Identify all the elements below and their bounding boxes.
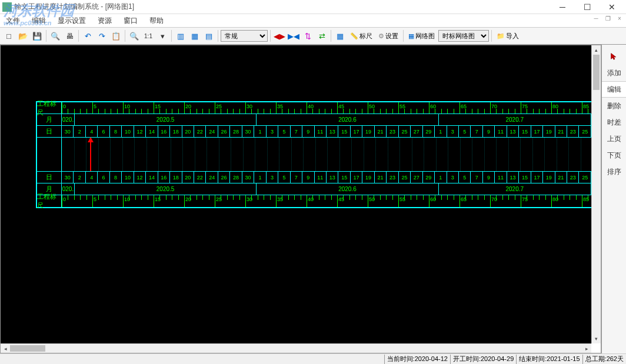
ruler-mark: 5	[94, 103, 96, 109]
day-cell: 26	[218, 172, 230, 183]
window-title: 翰文工程进度计划编制系统 - [网络图1]	[14, 2, 551, 12]
month-cell: 2020.5	[75, 114, 257, 125]
canvas[interactable]: 工程标尺 0510152025303540455055606570758085 …	[1, 45, 591, 343]
copy-icon[interactable]: 📋	[109, 29, 122, 42]
netgraph-button[interactable]: ▦网络图	[406, 29, 437, 42]
day-cell: 11	[315, 126, 327, 137]
day-cell: 16	[158, 126, 170, 137]
side-slack[interactable]: 时差	[602, 114, 626, 131]
style-combo[interactable]: 常规	[221, 30, 268, 42]
layout3-icon[interactable]: ▤	[202, 29, 215, 42]
minimize-button[interactable]: ─	[551, 1, 574, 14]
side-edit[interactable]: 编辑	[602, 81, 626, 98]
menu-file[interactable]: 文件	[4, 15, 22, 27]
day-cell: 24	[206, 172, 218, 183]
arrow-left-icon[interactable]: ◀▶	[273, 29, 286, 42]
zoom-dropdown-icon[interactable]: ▾	[156, 29, 169, 42]
month-cell: 2020.7	[439, 183, 591, 195]
day-cell: 11	[495, 172, 507, 183]
day-cell: 19	[362, 126, 374, 137]
gantt-body[interactable]	[62, 138, 591, 171]
layout2-icon[interactable]: ▦	[188, 29, 201, 42]
day-cell: 17	[351, 126, 362, 137]
zoom-11-icon[interactable]: 1:1	[142, 29, 155, 42]
grid-icon[interactable]: ▦	[334, 29, 347, 42]
redo-icon[interactable]: ↷	[95, 29, 108, 42]
day-cell: 12	[134, 172, 146, 183]
zoom-icon[interactable]: 🔍	[128, 29, 141, 42]
months-row-top: 020.2020.52020.62020.7	[62, 114, 591, 125]
timenet-combo[interactable]: 时标网络图	[438, 30, 489, 42]
menu-resource[interactable]: 资源	[95, 15, 114, 27]
side-next[interactable]: 下页	[602, 147, 626, 163]
gantt-label	[37, 138, 62, 172]
day-cell: 1	[435, 172, 447, 183]
day-cell: 7	[291, 172, 302, 183]
menu-bar: 文件 编辑 显示设置 资源 窗口 帮助 ─ ❐ ×	[0, 14, 626, 27]
horizontal-scrollbar[interactable]: ◂ ▸	[1, 343, 591, 353]
mdi-close-icon[interactable]: ×	[615, 15, 624, 22]
day-cell: 25	[579, 172, 591, 183]
maximize-button[interactable]: ☐	[575, 1, 599, 14]
day-cell: 7	[471, 172, 482, 183]
vflip-icon[interactable]: ⇅	[301, 29, 314, 42]
mdi-min-icon[interactable]: ─	[592, 15, 600, 22]
mdi-restore-icon[interactable]: ❐	[604, 15, 612, 22]
ruler-button[interactable]: 📏标尺	[348, 29, 375, 42]
menu-help[interactable]: 帮助	[147, 15, 166, 27]
import-button[interactable]: 📁导入	[494, 29, 521, 42]
day-cell: 28	[230, 126, 242, 137]
side-panel: 添加 编辑 删除 时差 上页 下页 排序	[601, 45, 626, 353]
side-delete[interactable]: 删除	[602, 98, 626, 114]
settings-button[interactable]: ⚙设置	[376, 29, 401, 42]
vscroll-thumb[interactable]	[593, 55, 600, 90]
side-prev[interactable]: 上页	[602, 131, 626, 147]
day-cell: 5	[278, 126, 290, 137]
side-sort[interactable]: 排序	[602, 163, 626, 180]
timeline-chart: 工程标尺 0510152025303540455055606570758085 …	[36, 101, 591, 208]
day-label-bottom: 日	[37, 172, 62, 183]
day-cell: 7	[291, 126, 302, 137]
day-cell: 20	[182, 172, 194, 183]
day-cell: 21	[555, 126, 567, 137]
menu-edit[interactable]: 编辑	[29, 15, 48, 27]
new-icon[interactable]: □	[2, 29, 15, 42]
hscroll-thumb[interactable]	[10, 345, 45, 352]
preview-icon[interactable]: 🔍	[49, 29, 62, 42]
day-cell: 10	[122, 126, 134, 137]
status-total: 总工期:262天	[582, 355, 626, 364]
menu-window[interactable]: 窗口	[121, 15, 140, 27]
day-cell: 25	[399, 172, 411, 183]
undo-icon[interactable]: ↶	[81, 29, 94, 42]
day-cell: 12	[134, 126, 146, 137]
hflip-icon[interactable]: ⇄	[315, 29, 328, 42]
scroll-left-icon[interactable]: ◂	[1, 344, 10, 353]
menu-display[interactable]: 显示设置	[55, 15, 88, 27]
day-cell: 24	[206, 126, 218, 137]
day-cell: 23	[387, 172, 398, 183]
day-cell: 30	[62, 172, 74, 183]
side-add[interactable]: 添加	[602, 65, 626, 81]
month-cell: 2020.5	[75, 183, 257, 195]
day-cell: 27	[411, 172, 422, 183]
day-cell: 3	[447, 126, 459, 137]
layout1-icon[interactable]: ▥	[174, 29, 187, 42]
ruler-top: 0510152025303540455055606570758085	[62, 102, 591, 113]
day-cell: 8	[110, 172, 122, 183]
print-icon[interactable]: 🖶	[63, 29, 76, 42]
close-button[interactable]: ✕	[600, 1, 624, 14]
arrow-right-icon[interactable]: ▶◀	[287, 29, 300, 42]
open-icon[interactable]: 📂	[16, 29, 29, 42]
scroll-up-icon[interactable]: ▴	[592, 45, 601, 55]
pointer-tool[interactable]	[602, 48, 626, 65]
mdi-controls: ─ ❐ ×	[592, 15, 624, 22]
current-time-marker	[90, 138, 91, 171]
day-cell: 28	[230, 172, 242, 183]
toolbar: □ 📂 💾 🔍 🖶 ↶ ↷ 📋 🔍 1:1 ▾ ▥ ▦ ▤ 常规 ◀▶ ▶◀ ⇅…	[0, 27, 626, 45]
scroll-down-icon[interactable]: ▾	[592, 334, 601, 343]
save-icon[interactable]: 💾	[31, 29, 44, 42]
day-cell: 10	[122, 172, 134, 183]
day-cell: 5	[278, 172, 290, 183]
vertical-scrollbar[interactable]: ▴ ▾	[591, 45, 601, 343]
scroll-right-icon[interactable]: ▸	[582, 344, 591, 353]
